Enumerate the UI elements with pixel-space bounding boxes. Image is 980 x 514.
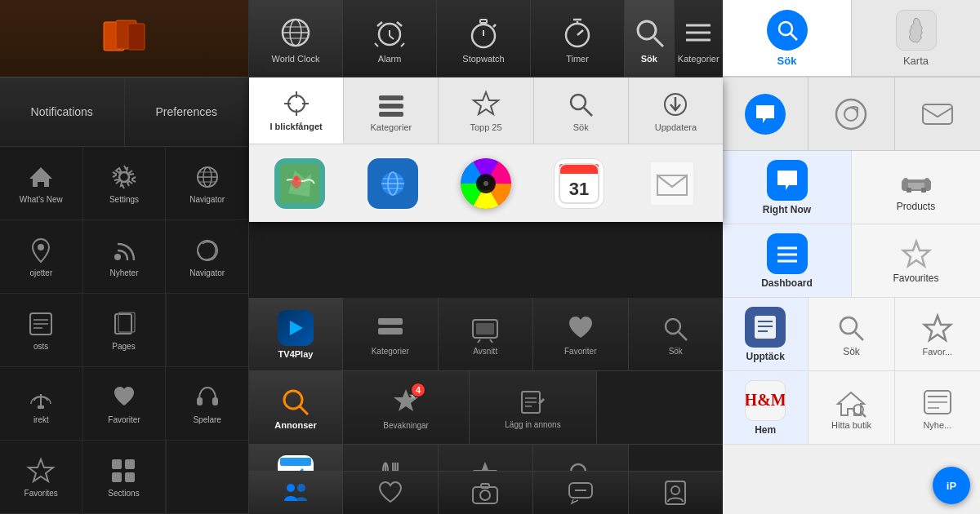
hem-button[interactable]: H&M Hem bbox=[723, 371, 808, 444]
hitta-butik-button[interactable]: Hitta butik bbox=[808, 371, 894, 444]
sok-right-button[interactable]: Sök bbox=[808, 298, 894, 370]
alarm-button[interactable]: Alarm bbox=[343, 0, 437, 77]
annonser-button[interactable]: Annonser bbox=[249, 371, 343, 444]
nyheter-right-button[interactable]: Nyhe... bbox=[895, 371, 980, 444]
mail-partial-button[interactable] bbox=[895, 78, 980, 151]
letter-svg bbox=[651, 162, 693, 205]
avsnitt-button[interactable]: Avsnitt bbox=[439, 298, 534, 370]
chat-bubble-blue-icon bbox=[767, 160, 808, 201]
settings-label: Settings bbox=[109, 195, 139, 204]
svg-rect-123 bbox=[481, 484, 489, 488]
svg-rect-26 bbox=[125, 472, 135, 482]
sidebar-item-blank bbox=[166, 294, 248, 366]
tv4-svg bbox=[283, 316, 308, 340]
right-panel: Sök Karta bbox=[723, 0, 980, 514]
camera-button[interactable] bbox=[439, 472, 534, 514]
favourites-button[interactable]: Favourites bbox=[852, 224, 980, 297]
bevakningar-button[interactable]: 4 Bevakningar bbox=[343, 371, 470, 444]
book-blue-svg bbox=[751, 313, 779, 341]
sok-button[interactable]: Sök bbox=[625, 0, 675, 77]
heart3-button[interactable] bbox=[343, 472, 439, 514]
grid-icon bbox=[109, 456, 138, 485]
products-button[interactable]: Products bbox=[852, 151, 980, 224]
tv4play-icon bbox=[278, 310, 314, 346]
sofa-icon bbox=[898, 163, 934, 199]
sidebar-item-spelare[interactable]: Spelare bbox=[166, 367, 248, 440]
popup-app-colorwheel[interactable] bbox=[461, 158, 511, 209]
dashboard-button[interactable]: Dashboard bbox=[723, 224, 852, 297]
preferences-label: Preferences bbox=[156, 105, 217, 118]
timer-icon bbox=[559, 14, 596, 51]
mail-partial-icon bbox=[920, 96, 956, 132]
at-sign-button[interactable] bbox=[808, 78, 894, 151]
edit-icon bbox=[517, 387, 548, 418]
popup-featured-row: 31 bbox=[249, 144, 723, 222]
message-bubble-button[interactable] bbox=[723, 78, 808, 151]
tray2-icon bbox=[375, 313, 406, 344]
contacts-button[interactable] bbox=[629, 472, 724, 514]
stopwatch-button[interactable]: Stopwatch bbox=[437, 0, 531, 77]
dashboard-label: Dashboard bbox=[761, 277, 813, 289]
kategorier2-button[interactable]: Kategorier bbox=[343, 298, 439, 370]
lagg-in-annons-button[interactable]: Lägg in annons bbox=[470, 371, 596, 444]
sok2-button[interactable]: Sök bbox=[629, 298, 724, 370]
karta-tab-label: Karta bbox=[903, 55, 929, 67]
heart-icon bbox=[109, 383, 139, 412]
sok-tab[interactable]: Sök bbox=[723, 0, 852, 76]
pin-icon bbox=[26, 236, 56, 265]
svg-point-120 bbox=[297, 484, 305, 492]
sidebar-item-favorites[interactable]: Favorites bbox=[0, 441, 82, 513]
sidebar-item-navigator2[interactable]: Navigator bbox=[166, 220, 248, 293]
star-icon bbox=[26, 456, 56, 485]
sidebar-item-navigator[interactable]: Navigator bbox=[166, 147, 248, 219]
sidebar-item-whats-new[interactable]: What's New bbox=[0, 147, 83, 219]
upptatck-button[interactable]: Upptäck bbox=[723, 298, 808, 370]
tab-topp25[interactable]: Topp 25 bbox=[439, 78, 533, 144]
tv4play-button[interactable]: TV4Play bbox=[249, 298, 343, 370]
chat-bubble-svg bbox=[774, 167, 800, 193]
tab-uppdatera[interactable]: Uppdatera bbox=[629, 78, 723, 144]
preferences-button[interactable]: Preferences bbox=[125, 78, 249, 146]
world-clock-label: World Clock bbox=[271, 54, 319, 64]
karta-tab[interactable]: Karta bbox=[852, 0, 980, 76]
favor-partial-button[interactable]: Favor... bbox=[895, 298, 980, 370]
tab-sok[interactable]: Sök bbox=[534, 78, 629, 144]
sidebar-blank2 bbox=[166, 441, 248, 513]
tab-i-blickfanget[interactable]: I blickfånget bbox=[249, 78, 344, 144]
download-icon bbox=[660, 89, 691, 120]
crosshair-icon bbox=[281, 88, 312, 119]
svg-rect-111 bbox=[280, 458, 311, 466]
news-partial-icon bbox=[921, 386, 954, 419]
kategorier-top-button[interactable]: Kategorier bbox=[675, 0, 724, 77]
sidebar-item-favoriter[interactable]: Favoriter bbox=[83, 367, 167, 440]
navigator-label: Navigator bbox=[189, 195, 225, 204]
sidebar-item-nyheter[interactable]: Nyheter bbox=[83, 220, 167, 293]
tab-topp25-label: Topp 25 bbox=[470, 122, 501, 132]
right-now-button[interactable]: Right Now bbox=[723, 151, 852, 224]
sidebar-item-posts[interactable]: osts bbox=[0, 294, 82, 366]
sidebar-item-direkt[interactable]: irekt bbox=[0, 367, 83, 440]
popup-app-calendar[interactable]: 31 bbox=[554, 158, 604, 209]
svg-marker-70 bbox=[474, 92, 498, 114]
sidebar-item-pages[interactable]: Pages bbox=[82, 294, 165, 366]
tv-icon bbox=[470, 313, 501, 344]
sidebar-item-sections[interactable]: Sections bbox=[82, 441, 165, 513]
world-clock-button[interactable]: World Clock bbox=[249, 0, 343, 77]
popup-app-globe[interactable] bbox=[368, 158, 418, 209]
timer-button[interactable]: Timer bbox=[531, 0, 625, 77]
notifications-button[interactable]: Notifications bbox=[0, 78, 125, 146]
sok-right-label: Sök bbox=[843, 346, 860, 357]
tab-kategorier[interactable]: Kategorier bbox=[344, 78, 439, 144]
sidebar-item-projects[interactable]: ojetter bbox=[0, 220, 83, 293]
svg-line-52 bbox=[493, 24, 496, 27]
svg-rect-99 bbox=[476, 323, 494, 335]
people-button[interactable] bbox=[249, 472, 343, 514]
bevakningar-badge: 4 bbox=[411, 383, 425, 397]
popup-app-maps[interactable] bbox=[274, 158, 325, 209]
chat-button[interactable] bbox=[533, 472, 629, 514]
hm-text: H&M bbox=[745, 391, 786, 410]
popup-app-letter[interactable] bbox=[647, 158, 697, 209]
favoriter2-button[interactable]: Favoriter bbox=[533, 298, 629, 370]
svg-rect-68 bbox=[379, 104, 403, 109]
sidebar-item-settings[interactable]: Settings bbox=[83, 147, 167, 219]
